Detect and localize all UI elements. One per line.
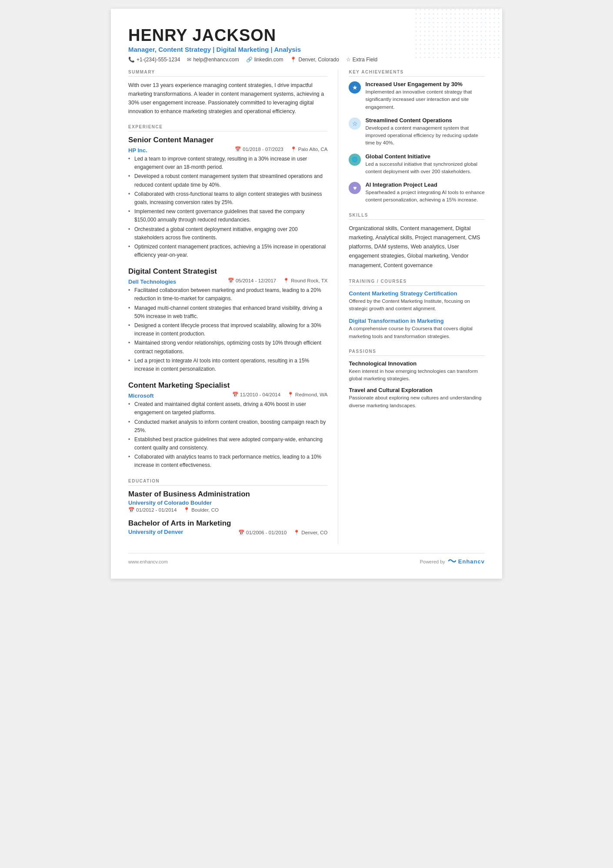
calendar-icon: 📅	[235, 146, 241, 152]
achievement-4-desc: Spearheaded a project integrating AI too…	[365, 189, 485, 204]
experience-section: EXPERIENCE Senior Content Manager HP Inc…	[128, 124, 327, 470]
email-icon: ✉	[187, 57, 191, 63]
job-3-company: Microsoft	[128, 392, 154, 399]
job-3: Content Marketing Specialist Microsoft 📅…	[128, 381, 327, 470]
calendar-icon: 📅	[232, 392, 238, 398]
passion-2-title: Travel and Cultural Exploration	[349, 387, 485, 393]
bullet-item: Maintained strong vendor relationships, …	[128, 339, 327, 355]
page-footer: www.enhancv.com Powered by Enhancv	[128, 553, 485, 566]
achievement-4-title: AI Integration Project Lead	[365, 181, 485, 188]
job-1-bullets: Led a team to improve content strategy, …	[128, 155, 327, 259]
job-1-dates: 📅 01/2018 - 07/2023	[235, 146, 283, 152]
degree-2-meta: 📅 01/2006 - 01/2010 📍 Denver, CO	[238, 530, 327, 536]
skills-label: SKILLS	[349, 213, 485, 220]
achievement-3-title: Global Content Initiative	[365, 153, 485, 160]
achievement-4-content: AI Integration Project Lead Spearheaded …	[365, 181, 485, 204]
job-3-bullets: Created and maintained digital content a…	[128, 400, 327, 470]
training-1: Content Marketing Strategy Certification…	[349, 290, 485, 313]
training-2: Digital Transformation in Marketing A co…	[349, 318, 485, 340]
job-1: Senior Content Manager HP Inc. 📅 01/2018…	[128, 136, 327, 259]
achievement-4-icon: ♥	[349, 182, 361, 194]
bullet-item: Led a project to integrate AI tools into…	[128, 357, 327, 373]
candidate-name: HENRY JACKSON	[128, 26, 485, 45]
job-2-title: Digital Content Strategist	[128, 267, 327, 276]
enhancv-logo-icon	[448, 558, 456, 566]
education-section: EDUCATION Master of Business Administrat…	[128, 479, 327, 536]
job-1-meta: 📅 01/2018 - 07/2023 📍 Palo Alto, CA	[235, 146, 327, 152]
pin-icon: 📍	[183, 507, 190, 513]
summary-label: SUMMARY	[128, 70, 327, 77]
pin-icon: 📍	[290, 146, 297, 152]
training-1-desc: Offered by the Content Marketing Institu…	[349, 298, 485, 313]
phone-contact: 📞 +1-(234)-555-1234	[128, 57, 180, 63]
location-contact: 📍 Denver, Colorado	[290, 57, 339, 63]
degree-1-school: University of Colorado Boulder	[128, 499, 327, 506]
bullet-item: Established best practice guidelines tha…	[128, 436, 327, 452]
achievement-2-title: Streamlined Content Operations	[365, 117, 485, 124]
achievement-2-desc: Developed a content management system th…	[365, 124, 485, 147]
enhancv-logo: Enhancv	[448, 558, 485, 566]
bullet-item: Developed a robust content management sy…	[128, 172, 327, 189]
achievement-3-icon: 🌐	[349, 154, 361, 166]
training-2-title: Digital Transformation in Marketing	[349, 318, 485, 324]
resume-page: HENRY JACKSON Manager, Content Strategy …	[111, 9, 502, 579]
achievements-label: KEY ACHIEVEMENTS	[349, 70, 485, 77]
email-contact: ✉ help@enhancv.com	[187, 57, 239, 63]
phone-icon: 📞	[128, 57, 135, 63]
passion-1: Technological Innovation Keen interest i…	[349, 360, 485, 383]
achievement-3-desc: Led a successful initiative that synchro…	[365, 161, 485, 176]
location-icon: 📍	[290, 57, 297, 63]
passion-2: Travel and Cultural Exploration Passiona…	[349, 387, 485, 409]
calendar-icon: 📅	[228, 278, 234, 284]
footer-url: www.enhancv.com	[128, 559, 168, 564]
achievement-4: ♥ AI Integration Project Lead Spearheade…	[349, 181, 485, 204]
bullet-item: Orchestrated a global content deployment…	[128, 225, 327, 242]
skills-text: Organizational skills, Content managemen…	[349, 224, 485, 270]
bullet-item: Implemented new content governance guide…	[128, 208, 327, 224]
passions-section: PASSIONS Technological Innovation Keen i…	[349, 349, 485, 409]
calendar-icon: 📅	[128, 507, 134, 513]
training-1-title: Content Marketing Strategy Certification	[349, 290, 485, 297]
bullet-item: Conducted market analysis to inform cont…	[128, 418, 327, 435]
bullet-item: Collaborated with cross-functional teams…	[128, 190, 327, 207]
achievement-1-desc: Implemented an innovative content strate…	[365, 88, 485, 111]
passion-1-title: Technological Innovation	[349, 360, 485, 367]
job-2-company: Dell Technologies	[128, 278, 176, 285]
job-3-meta: 📅 11/2010 - 04/2014 📍 Redmond, WA	[232, 392, 328, 398]
achievement-3: 🌐 Global Content Initiative Led a succes…	[349, 153, 485, 176]
bullet-item: Collaborated with analytics teams to tra…	[128, 453, 327, 469]
achievement-1-title: Increased User Engagement by 30%	[365, 81, 485, 87]
achievement-1: ★ Increased User Engagement by 30% Imple…	[349, 81, 485, 111]
pin-icon: 📍	[287, 392, 293, 398]
achievement-2-content: Streamlined Content Operations Developed…	[365, 117, 485, 147]
education-label: EDUCATION	[128, 479, 327, 486]
degree-2: Bachelor of Arts in Marketing University…	[128, 519, 327, 536]
degree-1-location: 📍 Boulder, CO	[183, 507, 219, 513]
job-2-dates: 📅 05/2014 - 12/2017	[228, 278, 276, 284]
main-layout: SUMMARY With over 13 years experience ma…	[128, 70, 485, 544]
passions-label: PASSIONS	[349, 349, 485, 356]
job-1-title: Senior Content Manager	[128, 136, 327, 144]
job-2: Digital Content Strategist Dell Technolo…	[128, 267, 327, 373]
training-section: TRAINING / COURSES Content Marketing Str…	[349, 279, 485, 340]
resume-header: HENRY JACKSON Manager, Content Strategy …	[128, 26, 485, 63]
contact-row: 📞 +1-(234)-555-1234 ✉ help@enhancv.com 🔗…	[128, 57, 485, 63]
degree-1-title: Master of Business Administration	[128, 490, 327, 499]
job-2-bullets: Facilitated collaboration between market…	[128, 286, 327, 373]
summary-section: SUMMARY With over 13 years experience ma…	[128, 70, 327, 116]
achievements-section: KEY ACHIEVEMENTS ★ Increased User Engage…	[349, 70, 485, 204]
calendar-icon: 📅	[238, 530, 244, 536]
footer-brand: Powered by Enhancv	[420, 558, 485, 566]
candidate-title: Manager, Content Strategy | Digital Mark…	[128, 46, 485, 53]
achievement-1-icon: ★	[349, 81, 361, 94]
degree-1-dates: 📅 01/2012 - 01/2014	[128, 507, 177, 513]
skills-section: SKILLS Organizational skills, Content ma…	[349, 213, 485, 270]
linkedin-contact: 🔗 linkedin.com	[246, 57, 283, 63]
bullet-item: Managed multi-channel content strategies…	[128, 304, 327, 321]
experience-label: EXPERIENCE	[128, 124, 327, 131]
achievement-2: ☆ Streamlined Content Operations Develop…	[349, 117, 485, 147]
bullet-item: Led a team to improve content strategy, …	[128, 155, 327, 171]
degree-2-dates: 📅 01/2006 - 01/2010	[238, 530, 287, 536]
training-label: TRAINING / COURSES	[349, 279, 485, 286]
job-2-meta: 📅 05/2014 - 12/2017 📍 Round Rock, TX	[228, 278, 328, 284]
